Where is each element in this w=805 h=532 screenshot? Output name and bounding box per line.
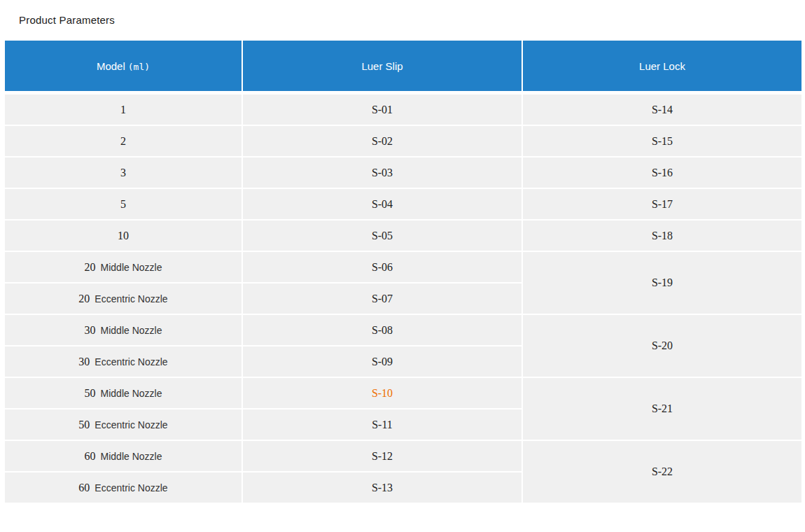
table-row: 30Middle Nozzle S-08 S-20 — [5, 315, 802, 345]
model-cell: 20Middle Nozzle — [5, 252, 241, 282]
table-row: 60Middle Nozzle S-12 S-22 — [5, 441, 802, 471]
model-number: 10 — [118, 230, 129, 241]
table-row: 20Middle Nozzle S-06 S-19 — [5, 252, 802, 282]
model-label: Middle Nozzle — [101, 451, 162, 462]
luer-lock-cell-merged: S-20 — [523, 315, 802, 377]
luer-lock-code: S-21 — [652, 402, 673, 414]
model-cell: 5 — [5, 189, 241, 219]
luer-slip-code: S-01 — [372, 104, 393, 115]
model-number: 50 — [78, 419, 90, 430]
luer-lock-cell-merged: S-19 — [523, 252, 802, 314]
model-label: Eccentric Nozzle — [94, 419, 167, 430]
table-row: 10 S-05 S-18 — [5, 220, 802, 251]
model-cell: 50Middle Nozzle — [5, 378, 241, 408]
model-number: 20 — [85, 261, 96, 273]
luer-slip-cell: S-04 — [243, 189, 522, 219]
luer-slip-cell: S-12 — [243, 441, 522, 471]
column-header-luer-lock: Luer Lock — [523, 41, 802, 93]
model-cell: 10 — [5, 220, 241, 251]
luer-lock-cell: S-14 — [523, 94, 802, 125]
luer-slip-code: S-03 — [372, 167, 393, 178]
luer-slip-code-highlighted: S-10 — [372, 387, 393, 399]
model-cell: 2 — [5, 126, 241, 156]
luer-lock-cell: S-17 — [523, 189, 802, 219]
model-cell: 60Middle Nozzle — [5, 441, 241, 471]
luer-slip-code: S-11 — [372, 419, 393, 430]
luer-slip-cell: S-09 — [243, 346, 522, 377]
table-row: 1 S-01 S-14 — [5, 94, 802, 125]
luer-slip-code: S-07 — [372, 293, 393, 304]
luer-lock-cell: S-15 — [523, 126, 802, 156]
luer-slip-code: S-04 — [372, 198, 393, 210]
luer-slip-code: S-13 — [372, 482, 393, 493]
model-header-label: Model — [97, 60, 125, 72]
model-number: 1 — [120, 104, 126, 115]
luer-lock-cell-merged: S-21 — [523, 378, 802, 440]
luer-slip-cell: S-03 — [243, 158, 522, 188]
product-parameters-table: Model(ml) Luer Slip Luer Lock 1 S-01 S-1… — [4, 39, 803, 504]
luer-slip-cell: S-08 — [243, 315, 522, 345]
model-label: Middle Nozzle — [101, 325, 162, 336]
page-title: Product Parameters — [19, 14, 115, 26]
luer-lock-code: S-14 — [652, 104, 673, 115]
model-number: 60 — [78, 482, 90, 493]
model-cell: 1 — [5, 94, 241, 125]
model-cell: 30Eccentric Nozzle — [5, 346, 241, 377]
luer-lock-code: S-22 — [652, 465, 673, 477]
column-header-model: Model(ml) — [5, 41, 241, 93]
luer-lock-code: S-16 — [652, 167, 673, 178]
luer-slip-code: S-06 — [372, 261, 393, 273]
luer-lock-cell: S-18 — [523, 220, 802, 251]
model-number: 60 — [85, 450, 96, 462]
table-row: 2 S-02 S-15 — [5, 126, 802, 156]
model-number: 3 — [120, 167, 126, 178]
model-label: Eccentric Nozzle — [94, 293, 167, 304]
header-row: Model(ml) Luer Slip Luer Lock — [5, 41, 802, 93]
table-row: 50Middle Nozzle S-10 S-21 — [5, 378, 802, 408]
model-label: Eccentric Nozzle — [94, 482, 167, 493]
luer-slip-code: S-12 — [372, 450, 393, 462]
luer-lock-code: S-17 — [652, 198, 673, 210]
model-number: 50 — [85, 387, 96, 399]
model-number: 20 — [78, 293, 90, 304]
model-cell: 50Eccentric Nozzle — [5, 410, 241, 440]
luer-slip-cell: S-11 — [243, 410, 522, 440]
model-label: Eccentric Nozzle — [94, 356, 167, 368]
model-number: 2 — [120, 135, 126, 147]
model-label: Middle Nozzle — [101, 262, 162, 273]
model-cell: 3 — [5, 158, 241, 188]
luer-slip-code: S-09 — [372, 356, 393, 368]
luer-lock-code: S-20 — [652, 340, 673, 351]
model-header-unit: (ml) — [128, 62, 150, 72]
luer-slip-cell: S-05 — [243, 220, 522, 251]
model-label: Middle Nozzle — [101, 388, 162, 399]
model-cell: 20Eccentric Nozzle — [5, 284, 241, 314]
model-number: 5 — [120, 198, 126, 210]
luer-lock-cell-merged: S-22 — [523, 441, 802, 503]
luer-slip-cell: S-10 — [243, 378, 522, 408]
luer-lock-code: S-19 — [652, 276, 673, 288]
model-cell: 30Middle Nozzle — [5, 315, 241, 345]
model-number: 30 — [85, 324, 96, 336]
luer-slip-cell: S-13 — [243, 472, 522, 503]
luer-slip-code: S-02 — [372, 135, 393, 147]
column-header-luer-slip: Luer Slip — [243, 41, 522, 93]
luer-lock-cell: S-16 — [523, 158, 802, 188]
luer-lock-code: S-18 — [652, 230, 673, 241]
model-number: 30 — [78, 356, 90, 368]
luer-slip-cell: S-01 — [243, 94, 522, 125]
table-row: 3 S-03 S-16 — [5, 158, 802, 188]
luer-slip-cell: S-02 — [243, 126, 522, 156]
luer-slip-code: S-05 — [372, 230, 393, 241]
table-row: 5 S-04 S-17 — [5, 189, 802, 219]
luer-slip-code: S-08 — [372, 324, 393, 336]
model-cell: 60Eccentric Nozzle — [5, 472, 241, 503]
luer-lock-code: S-15 — [652, 135, 673, 147]
luer-slip-cell: S-07 — [243, 284, 522, 314]
luer-slip-cell: S-06 — [243, 252, 522, 282]
